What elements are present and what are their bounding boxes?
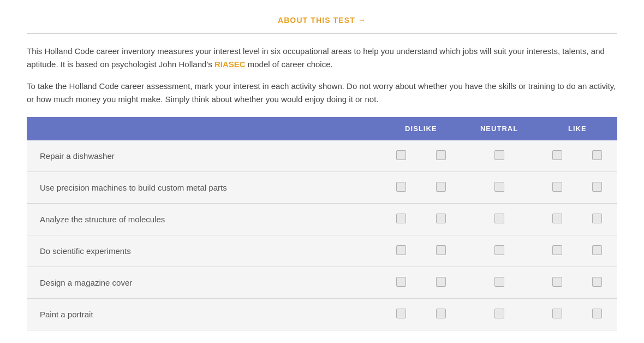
table-row: Paint a portrait [27,299,617,330]
checkbox-cell-dislike-mild [421,267,461,299]
checkbox-like-strong[interactable] [592,214,602,223]
checkbox-like-mild[interactable] [552,277,562,287]
checkbox-cell-like-strong [577,140,617,172]
activity-label: Use precision machines to build custom m… [27,172,381,204]
checkbox-dislike-strong[interactable] [396,150,406,160]
checkbox-like-strong[interactable] [592,309,602,318]
checkbox-dislike-mild[interactable] [436,309,446,318]
checkbox-cell-like-mild [538,172,577,204]
checkbox-cell-like-mild [538,299,577,330]
assessment-table: DISLIKE NEUTRAL LIKE Repair a dishwasher… [27,117,617,330]
checkbox-like-strong[interactable] [592,150,602,160]
table-row: Repair a dishwasher [27,140,617,172]
checkbox-dislike-strong[interactable] [396,277,406,287]
checkbox-dislike-mild[interactable] [436,150,446,160]
table-row: Do scientific experiments [27,235,617,267]
checkbox-like-mild[interactable] [552,309,562,318]
checkbox-neutral[interactable] [494,214,504,223]
checkbox-like-strong[interactable] [592,182,602,192]
checkbox-cell-like-strong [577,204,617,235]
col-header-neutral: NEUTRAL [461,117,538,140]
checkbox-like-mild[interactable] [552,245,562,255]
activity-label: Design a magazine cover [27,267,381,299]
about-arrow: → [358,16,366,25]
checkbox-neutral[interactable] [494,277,504,287]
checkbox-cell-dislike-mild [421,235,461,267]
checkbox-cell-neutral [461,299,538,330]
checkbox-like-strong[interactable] [592,245,602,255]
checkbox-cell-dislike-mild [421,172,461,204]
checkbox-cell-like-strong [577,172,617,204]
checkbox-cell-like-strong [577,267,617,299]
instructions-paragraph: To take the Holland Code career assessme… [27,80,617,106]
about-test-label: ABOUT THIS TEST [278,16,355,25]
riasec-link[interactable]: RIASEC [214,60,246,69]
checkbox-cell-neutral [461,172,538,204]
checkbox-cell-dislike-strong [381,172,421,204]
checkbox-neutral[interactable] [494,309,504,318]
table-row: Use precision machines to build custom m… [27,172,617,204]
checkbox-cell-dislike-strong [381,267,421,299]
checkbox-dislike-strong[interactable] [396,214,406,223]
checkbox-like-strong[interactable] [592,277,602,287]
checkbox-cell-neutral [461,267,538,299]
checkbox-cell-like-strong [577,299,617,330]
checkbox-cell-like-strong [577,235,617,267]
checkbox-cell-dislike-strong [381,204,421,235]
checkbox-cell-dislike-strong [381,235,421,267]
checkbox-neutral[interactable] [494,245,504,255]
checkbox-cell-neutral [461,204,538,235]
description-paragraph: This Holland Code career inventory measu… [27,45,617,71]
table-row: Analyze the structure of molecules [27,204,617,235]
checkbox-neutral[interactable] [494,182,504,192]
about-test-link[interactable]: ABOUT THIS TEST → [278,16,366,25]
col-header-activity [27,117,381,140]
riasec-label: RIASEC [214,60,246,69]
activity-label: Analyze the structure of molecules [27,204,381,235]
instructions-text: To take the Holland Code career assessme… [27,81,616,104]
checkbox-like-mild[interactable] [552,182,562,192]
col-header-dislike: DISLIKE [381,117,461,140]
checkbox-cell-like-mild [538,204,577,235]
activity-label: Repair a dishwasher [27,140,381,172]
col-header-like: LIKE [538,117,617,140]
checkbox-cell-like-mild [538,267,577,299]
checkbox-dislike-mild[interactable] [436,214,446,223]
checkbox-cell-dislike-strong [381,299,421,330]
checkbox-like-mild[interactable] [552,150,562,160]
checkbox-like-mild[interactable] [552,214,562,223]
description-text-2: model of career choice. [246,60,333,69]
table-row: Design a magazine cover [27,267,617,299]
activity-label: Paint a portrait [27,299,381,330]
checkbox-cell-like-mild [538,140,577,172]
checkbox-cell-dislike-mild [421,299,461,330]
checkbox-cell-neutral [461,235,538,267]
table-header-row: DISLIKE NEUTRAL LIKE [27,117,617,140]
checkbox-dislike-strong[interactable] [396,309,406,318]
about-header: ABOUT THIS TEST → [27,9,617,34]
checkbox-dislike-strong[interactable] [396,245,406,255]
checkbox-cell-dislike-mild [421,140,461,172]
checkbox-dislike-mild[interactable] [436,277,446,287]
checkbox-dislike-mild[interactable] [436,182,446,192]
checkbox-neutral[interactable] [494,150,504,160]
checkbox-dislike-strong[interactable] [396,182,406,192]
activity-label: Do scientific experiments [27,235,381,267]
checkbox-dislike-mild[interactable] [436,245,446,255]
checkbox-cell-like-mild [538,235,577,267]
checkbox-cell-dislike-strong [381,140,421,172]
checkbox-cell-neutral [461,140,538,172]
checkbox-cell-dislike-mild [421,204,461,235]
